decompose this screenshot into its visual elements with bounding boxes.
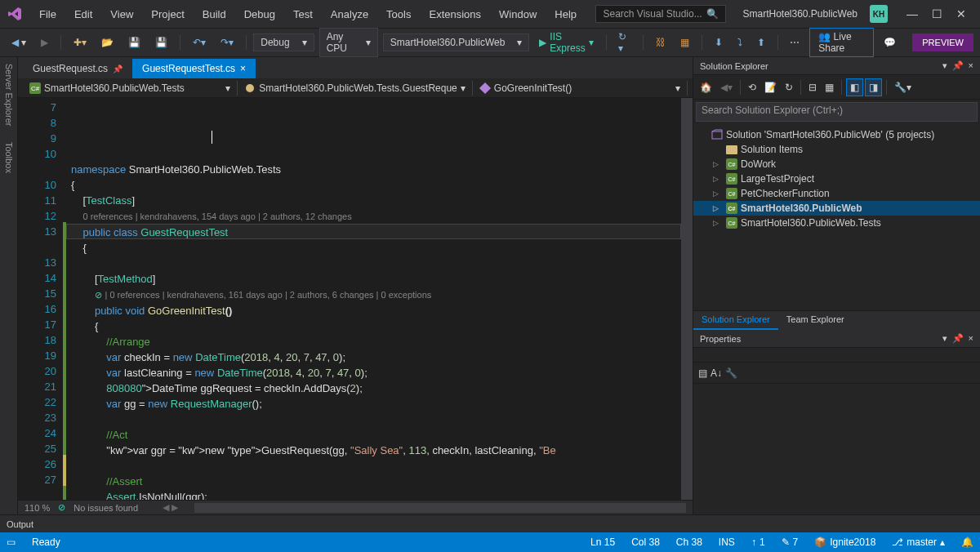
alphabetical-button[interactable]: A↓ bbox=[710, 367, 722, 379]
open-file-button[interactable]: 📂 bbox=[96, 34, 118, 51]
tree-item[interactable]: ▷C# SmartHotel360.PublicWeb.Tests bbox=[693, 216, 980, 230]
home-button[interactable]: 🏠 bbox=[697, 79, 715, 96]
show-all-button[interactable]: ▦ bbox=[822, 79, 837, 96]
error-nav[interactable]: ◀ ▶ bbox=[163, 502, 178, 513]
close-button[interactable]: ✕ bbox=[949, 4, 973, 24]
user-avatar[interactable]: KH bbox=[870, 5, 888, 23]
menu-test[interactable]: Test bbox=[285, 5, 321, 24]
menu-debug[interactable]: Debug bbox=[236, 5, 283, 24]
pin-icon[interactable]: 📌 bbox=[952, 333, 964, 344]
redo-button[interactable]: ↷▾ bbox=[216, 34, 238, 51]
toolbox-tab[interactable]: Toolbox bbox=[4, 142, 14, 173]
horizontal-scrollbar[interactable] bbox=[194, 503, 686, 513]
class-icon bbox=[244, 82, 256, 94]
new-project-button[interactable]: ✚▾ bbox=[69, 34, 91, 51]
extension-button[interactable]: ▦ bbox=[675, 34, 694, 51]
pending-changes-button[interactable]: 📝 bbox=[761, 79, 780, 96]
menu-analyze[interactable]: Analyze bbox=[323, 5, 376, 24]
feedback-button[interactable]: 💬 bbox=[879, 34, 901, 51]
tab-solution-explorer[interactable]: Solution Explorer bbox=[693, 311, 778, 330]
save-all-button[interactable]: 💾 bbox=[150, 34, 172, 51]
zoom-level[interactable]: 110 % bbox=[24, 503, 50, 513]
menu-file[interactable]: File bbox=[31, 5, 65, 24]
refresh-button[interactable]: ↻ bbox=[782, 79, 796, 96]
breadcrumb-method[interactable]: GoGreenInitTest()▾ bbox=[473, 81, 688, 96]
property-pages-button[interactable]: 🔧 bbox=[725, 367, 737, 379]
pin-icon[interactable]: 📌 bbox=[113, 65, 122, 73]
sb-publish[interactable]: ↑ 1 bbox=[751, 536, 765, 548]
refresh-button[interactable]: ↻ ▾ bbox=[613, 29, 635, 56]
panel-dropdown-icon[interactable]: ▾ bbox=[942, 333, 947, 344]
menu-view[interactable]: View bbox=[102, 5, 141, 24]
file-tab-guestrequest[interactable]: GuestRequest.cs📌 bbox=[23, 59, 132, 78]
sb-char[interactable]: Ch 38 bbox=[676, 536, 702, 548]
output-panel-header[interactable]: Output bbox=[0, 514, 980, 532]
vertical-scrollbar[interactable] bbox=[681, 98, 693, 500]
sb-ins[interactable]: INS bbox=[719, 536, 735, 548]
server-explorer-tab[interactable]: Server Explorer bbox=[4, 64, 14, 126]
step-out-button[interactable]: ⬆ bbox=[752, 34, 770, 51]
solution-config-dropdown[interactable]: Debug▾ bbox=[253, 33, 314, 51]
code-editor[interactable]: 78910 10111213 1314151617181920212223242… bbox=[18, 98, 693, 500]
collapse-all-button[interactable]: ⊟ bbox=[805, 79, 820, 96]
main-toolbar: ◀▾ ▶ ✚▾ 📂 💾 💾 ↶▾ ↷▾ Debug▾ Any CPU▾ Smar… bbox=[0, 29, 980, 57]
solution-search-input[interactable]: Search Solution Explorer (Ctrl+;) bbox=[696, 102, 978, 122]
menu-tools[interactable]: Tools bbox=[378, 5, 419, 24]
sync-button[interactable]: ⟲ bbox=[745, 79, 760, 96]
tree-item[interactable]: ▷C# DoWork bbox=[693, 157, 980, 171]
properties-selector[interactable] bbox=[693, 348, 980, 363]
panel-dropdown-icon[interactable]: ▾ bbox=[942, 60, 947, 71]
properties-button[interactable]: 🔧▾ bbox=[891, 79, 915, 96]
minimize-button[interactable]: — bbox=[900, 4, 924, 24]
tree-item[interactable]: Solution Items bbox=[693, 142, 980, 157]
sb-branch[interactable]: ⎇ master ▴ bbox=[892, 536, 945, 548]
menu-extensions[interactable]: Extensions bbox=[421, 5, 489, 24]
tree-item[interactable]: ▷C# SmartHotel360.PublicWeb bbox=[693, 201, 980, 216]
menu-project[interactable]: Project bbox=[143, 5, 192, 24]
browser-link-button[interactable]: ⛓ bbox=[651, 34, 670, 51]
menu-window[interactable]: Window bbox=[491, 5, 545, 24]
more-button[interactable]: ⋯ bbox=[785, 34, 804, 51]
tree-item[interactable]: ▷C# PetCheckerFunction bbox=[693, 186, 980, 201]
tree-item[interactable]: ▷C# LargeTestProject bbox=[693, 171, 980, 186]
preview-selected-button[interactable]: ◧ bbox=[846, 78, 863, 96]
quick-launch-search[interactable]: Search Visual Studio... 🔍 bbox=[595, 5, 726, 23]
solution-tree[interactable]: Solution 'SmartHotel360.PublicWeb' (5 pr… bbox=[693, 124, 980, 310]
track-active-button[interactable]: ◨ bbox=[865, 78, 882, 96]
breadcrumb-class[interactable]: SmartHotel360.PublicWeb.Tests.GuestReque… bbox=[238, 81, 473, 96]
close-icon[interactable]: × bbox=[969, 333, 973, 344]
solution-explorer-toolbar: 🏠 ◀▾ ⟲ 📝 ↻ ⊟ ▦ ◧ ◨ 🔧▾ bbox=[693, 75, 980, 100]
menu-build[interactable]: Build bbox=[194, 5, 234, 24]
sb-col[interactable]: Col 38 bbox=[631, 536, 660, 548]
step-over-button[interactable]: ⤵ bbox=[733, 34, 747, 51]
close-icon[interactable]: × bbox=[969, 60, 973, 71]
nav-forward-button[interactable]: ▶ bbox=[36, 34, 53, 51]
live-share-button[interactable]: 👥 Live Share bbox=[809, 28, 874, 57]
close-icon[interactable]: × bbox=[240, 63, 246, 74]
nav-back-button[interactable]: ◀▾ bbox=[7, 34, 31, 51]
menu-help[interactable]: Help bbox=[546, 5, 585, 24]
breadcrumb-project[interactable]: C# SmartHotel360.PublicWeb.Tests▾ bbox=[23, 81, 238, 96]
sb-repo[interactable]: 📦 Ignite2018 bbox=[814, 536, 875, 548]
code-text-area[interactable]: namespace SmartHotel360.PublicWeb.Tests{… bbox=[66, 98, 681, 500]
sb-changes[interactable]: ✎ 7 bbox=[782, 536, 799, 548]
pin-icon[interactable]: 📌 bbox=[952, 60, 964, 71]
categorized-button[interactable]: ▤ bbox=[698, 367, 707, 379]
preview-badge[interactable]: PREVIEW bbox=[912, 33, 973, 51]
sb-host-icon[interactable]: ▭ bbox=[7, 536, 16, 548]
save-button[interactable]: 💾 bbox=[123, 34, 145, 51]
undo-button[interactable]: ↶▾ bbox=[188, 34, 211, 51]
startup-project-dropdown[interactable]: SmartHotel360.PublicWeb▾ bbox=[383, 33, 530, 51]
file-tab-guestrequesttest[interactable]: GuestRequestTest.cs× bbox=[132, 59, 256, 78]
svg-rect-4 bbox=[712, 131, 722, 139]
maximize-button[interactable]: ☐ bbox=[924, 4, 949, 24]
tab-team-explorer[interactable]: Team Explorer bbox=[778, 311, 853, 330]
menu-edit[interactable]: Edit bbox=[66, 5, 100, 24]
step-into-button[interactable]: ⬇ bbox=[710, 34, 728, 51]
sb-notifications-icon[interactable]: 🔔 bbox=[961, 536, 973, 548]
titlebar: File Edit View Project Build Debug Test … bbox=[0, 0, 980, 29]
start-debugging-button[interactable]: ▶ IIS Express ▾ bbox=[534, 29, 598, 56]
sb-line[interactable]: Ln 15 bbox=[590, 536, 615, 548]
back-button[interactable]: ◀▾ bbox=[717, 79, 736, 96]
solution-platform-dropdown[interactable]: Any CPU▾ bbox=[319, 28, 378, 57]
